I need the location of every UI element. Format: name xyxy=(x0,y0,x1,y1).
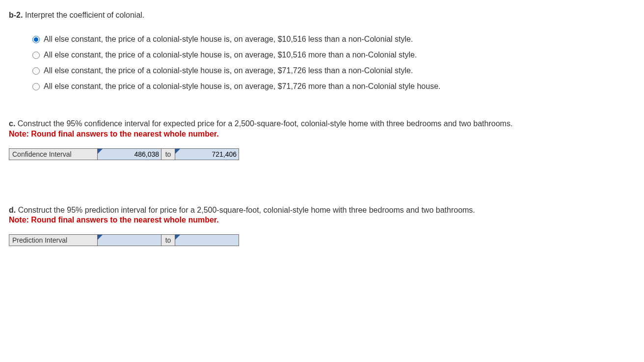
prediction-upper-input[interactable] xyxy=(175,235,239,246)
confidence-interval-label: Confidence Interval xyxy=(9,148,98,160)
option-1-text: All else constant, the price of a coloni… xyxy=(44,33,413,45)
question-b2-prompt: b-2. Interpret the coefficient of coloni… xyxy=(9,10,635,21)
confidence-upper-input[interactable] xyxy=(175,149,239,160)
table-row: Confidence Interval to xyxy=(9,148,239,160)
question-c-note: Note: Round final answers to the nearest… xyxy=(9,130,635,139)
question-c-text: Construct the 95% confidence interval fo… xyxy=(15,119,512,128)
question-c-prompt: c. Construct the 95% confidence interval… xyxy=(9,118,635,129)
confidence-lower-cell xyxy=(98,148,161,160)
table-row: Prediction Interval to xyxy=(9,234,239,246)
option-4[interactable]: All else constant, the price of a coloni… xyxy=(32,81,635,92)
question-b2: b-2. Interpret the coefficient of coloni… xyxy=(9,10,635,92)
question-b2-text: Interpret the coefficient of colonial. xyxy=(23,11,144,19)
prediction-upper-cell xyxy=(175,234,239,246)
question-c-label: c. xyxy=(9,119,15,128)
option-2[interactable]: All else constant, the price of a coloni… xyxy=(32,49,635,61)
flag-icon xyxy=(175,235,180,240)
radio-option-2[interactable] xyxy=(32,52,40,59)
flag-icon xyxy=(98,149,103,154)
prediction-interval-table: Prediction Interval to xyxy=(9,234,239,246)
option-4-text: All else constant, the price of a coloni… xyxy=(44,81,440,92)
prediction-lower-input[interactable] xyxy=(98,235,161,246)
question-d-note: Note: Round final answers to the nearest… xyxy=(9,216,635,224)
radio-option-1[interactable] xyxy=(32,36,40,43)
to-label: to xyxy=(161,234,175,246)
prediction-interval-label: Prediction Interval xyxy=(9,234,98,246)
prediction-lower-cell xyxy=(98,234,161,246)
confidence-upper-cell xyxy=(175,148,239,160)
to-label: to xyxy=(161,148,175,160)
question-b2-label: b-2. xyxy=(9,11,23,19)
option-3-text: All else constant, the price of a coloni… xyxy=(44,65,413,77)
flag-icon xyxy=(175,149,180,154)
question-d: d. Construct the 95% prediction interval… xyxy=(9,204,635,246)
question-d-prompt: d. Construct the 95% prediction interval… xyxy=(9,204,635,216)
radio-option-4[interactable] xyxy=(32,83,40,90)
confidence-lower-input[interactable] xyxy=(98,149,161,160)
option-2-text: All else constant, the price of a coloni… xyxy=(44,49,417,61)
question-d-label: d. xyxy=(9,206,16,214)
confidence-interval-table: Confidence Interval to xyxy=(9,148,239,160)
question-b2-options: All else constant, the price of a coloni… xyxy=(9,33,635,92)
radio-option-3[interactable] xyxy=(32,67,40,75)
option-3[interactable]: All else constant, the price of a coloni… xyxy=(32,65,635,77)
question-d-text: Construct the 95% prediction interval fo… xyxy=(16,206,475,214)
question-c: c. Construct the 95% confidence interval… xyxy=(9,118,635,160)
option-1[interactable]: All else constant, the price of a coloni… xyxy=(32,33,635,45)
flag-icon xyxy=(98,235,103,240)
